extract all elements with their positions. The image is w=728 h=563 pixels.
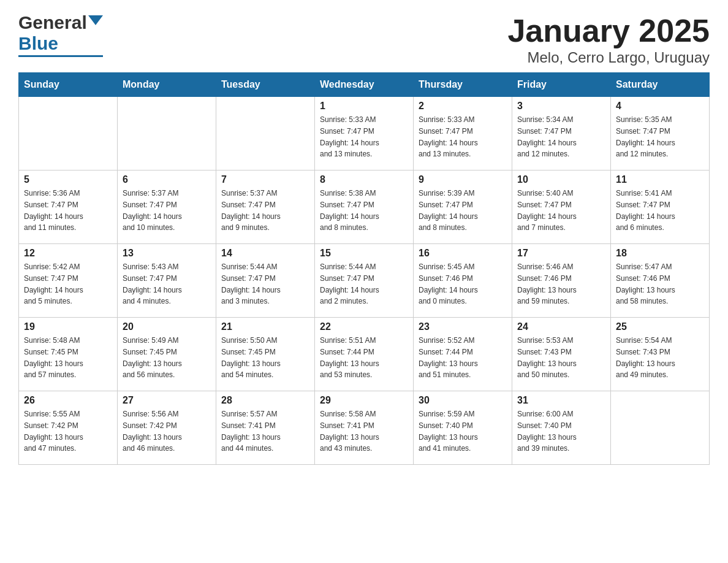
day-number: 2 xyxy=(419,101,507,112)
day-number: 20 xyxy=(123,321,211,332)
calendar-subtitle: Melo, Cerro Largo, Uruguay xyxy=(507,49,710,66)
day-info: Sunrise: 5:52 AMSunset: 7:44 PMDaylight:… xyxy=(419,336,478,379)
day-number: 27 xyxy=(123,395,211,406)
day-info: Sunrise: 5:37 AMSunset: 7:47 PMDaylight:… xyxy=(123,189,182,232)
logo-triangle-icon xyxy=(88,15,103,25)
day-number: 14 xyxy=(221,248,309,259)
calendar-cell: 9Sunrise: 5:39 AMSunset: 7:47 PMDaylight… xyxy=(414,170,512,244)
calendar-cell: 6Sunrise: 5:37 AMSunset: 7:47 PMDaylight… xyxy=(118,170,216,244)
calendar-cell: 15Sunrise: 5:44 AMSunset: 7:47 PMDayligh… xyxy=(315,244,414,318)
day-info: Sunrise: 5:40 AMSunset: 7:47 PMDaylight:… xyxy=(517,189,577,232)
calendar-cell: 14Sunrise: 5:44 AMSunset: 7:47 PMDayligh… xyxy=(216,244,315,318)
logo-general: General xyxy=(18,12,87,33)
calendar-cell: 25Sunrise: 5:54 AMSunset: 7:43 PMDayligh… xyxy=(611,318,710,391)
calendar-cell: 29Sunrise: 5:58 AMSunset: 7:41 PMDayligh… xyxy=(315,391,414,465)
calendar-week-1: 1Sunrise: 5:33 AMSunset: 7:47 PMDaylight… xyxy=(19,97,710,170)
day-number: 23 xyxy=(419,321,507,332)
day-number: 12 xyxy=(24,248,112,259)
day-number: 22 xyxy=(320,321,408,332)
calendar-cell: 18Sunrise: 5:47 AMSunset: 7:46 PMDayligh… xyxy=(611,244,710,318)
day-number: 26 xyxy=(24,395,112,406)
calendar-cell: 11Sunrise: 5:41 AMSunset: 7:47 PMDayligh… xyxy=(611,170,710,244)
calendar-cell: 23Sunrise: 5:52 AMSunset: 7:44 PMDayligh… xyxy=(414,318,512,391)
calendar-header-row: SundayMondayTuesdayWednesdayThursdayFrid… xyxy=(19,73,710,97)
day-info: Sunrise: 5:50 AMSunset: 7:45 PMDaylight:… xyxy=(221,336,281,379)
weekday-header-monday: Monday xyxy=(118,73,216,97)
logo-underline xyxy=(18,55,103,57)
page-header: General Blue January 2025 Melo, Cerro La… xyxy=(18,12,710,66)
day-number: 19 xyxy=(24,321,112,332)
day-number: 17 xyxy=(517,248,605,259)
weekday-header-tuesday: Tuesday xyxy=(216,73,315,97)
day-number: 29 xyxy=(320,395,408,406)
day-info: Sunrise: 5:41 AMSunset: 7:47 PMDaylight:… xyxy=(616,189,675,232)
logo: General Blue xyxy=(18,12,103,57)
day-number: 28 xyxy=(221,395,309,406)
day-info: Sunrise: 5:33 AMSunset: 7:47 PMDaylight:… xyxy=(419,115,478,158)
day-info: Sunrise: 5:48 AMSunset: 7:45 PMDaylight:… xyxy=(24,336,83,379)
calendar-cell: 13Sunrise: 5:43 AMSunset: 7:47 PMDayligh… xyxy=(118,244,216,318)
calendar-cell xyxy=(19,97,118,170)
logo-blue: Blue xyxy=(18,33,58,54)
day-number: 7 xyxy=(221,174,309,185)
day-number: 13 xyxy=(123,248,211,259)
day-number: 4 xyxy=(616,101,704,112)
calendar-cell: 21Sunrise: 5:50 AMSunset: 7:45 PMDayligh… xyxy=(216,318,315,391)
calendar-cell: 12Sunrise: 5:42 AMSunset: 7:47 PMDayligh… xyxy=(19,244,118,318)
calendar-cell: 24Sunrise: 5:53 AMSunset: 7:43 PMDayligh… xyxy=(512,318,611,391)
day-info: Sunrise: 6:00 AMSunset: 7:40 PMDaylight:… xyxy=(517,410,577,453)
calendar-cell: 20Sunrise: 5:49 AMSunset: 7:45 PMDayligh… xyxy=(118,318,216,391)
day-info: Sunrise: 5:47 AMSunset: 7:46 PMDaylight:… xyxy=(616,262,675,305)
calendar-cell: 16Sunrise: 5:45 AMSunset: 7:46 PMDayligh… xyxy=(414,244,512,318)
day-number: 31 xyxy=(517,395,605,406)
day-info: Sunrise: 5:35 AMSunset: 7:47 PMDaylight:… xyxy=(616,115,675,158)
calendar-cell: 19Sunrise: 5:48 AMSunset: 7:45 PMDayligh… xyxy=(19,318,118,391)
day-number: 24 xyxy=(517,321,605,332)
weekday-header-saturday: Saturday xyxy=(611,73,710,97)
calendar-week-2: 5Sunrise: 5:36 AMSunset: 7:47 PMDaylight… xyxy=(19,170,710,244)
day-info: Sunrise: 5:43 AMSunset: 7:47 PMDaylight:… xyxy=(123,262,182,305)
day-number: 1 xyxy=(320,101,408,112)
day-number: 9 xyxy=(419,174,507,185)
calendar-cell: 8Sunrise: 5:38 AMSunset: 7:47 PMDaylight… xyxy=(315,170,414,244)
calendar-cell: 28Sunrise: 5:57 AMSunset: 7:41 PMDayligh… xyxy=(216,391,315,465)
day-info: Sunrise: 5:54 AMSunset: 7:43 PMDaylight:… xyxy=(616,336,675,379)
day-number: 18 xyxy=(616,248,704,259)
calendar-cell: 3Sunrise: 5:34 AMSunset: 7:47 PMDaylight… xyxy=(512,97,611,170)
day-info: Sunrise: 5:34 AMSunset: 7:47 PMDaylight:… xyxy=(517,115,577,158)
day-info: Sunrise: 5:44 AMSunset: 7:47 PMDaylight:… xyxy=(320,262,379,305)
calendar-week-3: 12Sunrise: 5:42 AMSunset: 7:47 PMDayligh… xyxy=(19,244,710,318)
day-number: 5 xyxy=(24,174,112,185)
day-info: Sunrise: 5:37 AMSunset: 7:47 PMDaylight:… xyxy=(221,189,281,232)
calendar-cell: 1Sunrise: 5:33 AMSunset: 7:47 PMDaylight… xyxy=(315,97,414,170)
day-number: 21 xyxy=(221,321,309,332)
day-info: Sunrise: 5:42 AMSunset: 7:47 PMDaylight:… xyxy=(24,262,83,305)
day-info: Sunrise: 5:59 AMSunset: 7:40 PMDaylight:… xyxy=(419,410,478,453)
day-info: Sunrise: 5:38 AMSunset: 7:47 PMDaylight:… xyxy=(320,189,379,232)
weekday-header-wednesday: Wednesday xyxy=(315,73,414,97)
day-info: Sunrise: 5:36 AMSunset: 7:47 PMDaylight:… xyxy=(24,189,83,232)
calendar-cell: 2Sunrise: 5:33 AMSunset: 7:47 PMDaylight… xyxy=(414,97,512,170)
calendar-cell: 4Sunrise: 5:35 AMSunset: 7:47 PMDaylight… xyxy=(611,97,710,170)
day-info: Sunrise: 5:56 AMSunset: 7:42 PMDaylight:… xyxy=(123,410,182,453)
calendar-week-5: 26Sunrise: 5:55 AMSunset: 7:42 PMDayligh… xyxy=(19,391,710,465)
day-info: Sunrise: 5:49 AMSunset: 7:45 PMDaylight:… xyxy=(123,336,182,379)
day-info: Sunrise: 5:51 AMSunset: 7:44 PMDaylight:… xyxy=(320,336,379,379)
day-number: 11 xyxy=(616,174,704,185)
calendar-cell: 26Sunrise: 5:55 AMSunset: 7:42 PMDayligh… xyxy=(19,391,118,465)
day-info: Sunrise: 5:33 AMSunset: 7:47 PMDaylight:… xyxy=(320,115,379,158)
calendar-table: SundayMondayTuesdayWednesdayThursdayFrid… xyxy=(18,72,710,465)
weekday-header-friday: Friday xyxy=(512,73,611,97)
day-number: 25 xyxy=(616,321,704,332)
day-info: Sunrise: 5:53 AMSunset: 7:43 PMDaylight:… xyxy=(517,336,577,379)
day-info: Sunrise: 5:39 AMSunset: 7:47 PMDaylight:… xyxy=(419,189,478,232)
calendar-title: January 2025 xyxy=(507,12,710,49)
day-info: Sunrise: 5:57 AMSunset: 7:41 PMDaylight:… xyxy=(221,410,281,453)
calendar-cell: 5Sunrise: 5:36 AMSunset: 7:47 PMDaylight… xyxy=(19,170,118,244)
calendar-cell: 10Sunrise: 5:40 AMSunset: 7:47 PMDayligh… xyxy=(512,170,611,244)
day-info: Sunrise: 5:58 AMSunset: 7:41 PMDaylight:… xyxy=(320,410,379,453)
day-number: 3 xyxy=(517,101,605,112)
day-info: Sunrise: 5:46 AMSunset: 7:46 PMDaylight:… xyxy=(517,262,577,305)
day-info: Sunrise: 5:44 AMSunset: 7:47 PMDaylight:… xyxy=(221,262,281,305)
calendar-cell: 7Sunrise: 5:37 AMSunset: 7:47 PMDaylight… xyxy=(216,170,315,244)
